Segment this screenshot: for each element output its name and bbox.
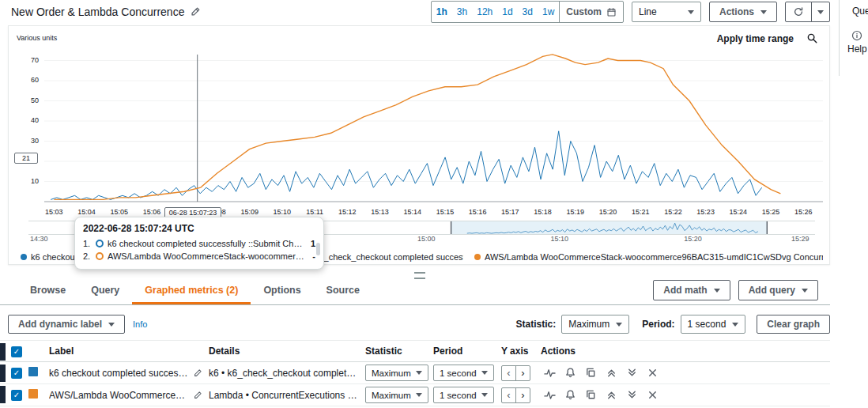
alarm-bell-icon[interactable] xyxy=(564,367,576,379)
chevron-down-icon xyxy=(802,289,808,293)
x-tick-label: 15:04 xyxy=(71,208,103,216)
left-edge-mark xyxy=(0,386,6,403)
series-dot-orange xyxy=(474,254,481,260)
row-statistic-select[interactable]: Maximum xyxy=(365,387,428,403)
y-axis-unit-label: Various units xyxy=(17,34,57,42)
clear-graph-button[interactable]: Clear graph xyxy=(757,315,830,334)
series-dot-blue xyxy=(21,254,27,260)
row-period-select[interactable]: 1 second xyxy=(433,387,494,403)
add-dynamic-label-button[interactable]: Add dynamic label xyxy=(8,315,125,334)
edit-label-icon[interactable] xyxy=(193,368,202,378)
pulse-icon[interactable] xyxy=(544,367,556,379)
time-range-control: 1h 3h 12h 1d 3d 1w Custom xyxy=(431,1,624,23)
tab-graphed-metrics[interactable]: Graphed metrics (2) xyxy=(132,279,251,304)
series-marker-blue xyxy=(96,240,104,247)
row-checkbox[interactable] xyxy=(11,368,22,379)
resize-handle[interactable] xyxy=(414,272,425,279)
graphed-metrics-toolbar: Add dynamic label Info Statistic: Maximu… xyxy=(8,313,830,335)
row-period-select[interactable]: 1 second xyxy=(433,365,494,381)
x-tick-label: 15:14 xyxy=(397,208,428,216)
row-statistic-value: Maximum xyxy=(372,368,411,378)
column-header-yaxis: Y axis xyxy=(501,346,541,357)
x-tick-label: 15:09 xyxy=(234,208,266,216)
tooltip-scrollbar[interactable] xyxy=(316,243,320,255)
tooltip-label: k6 checkout completed successfully ::Sub… xyxy=(108,239,304,248)
tooltip-label: AWS/Lambda WooCommerceStack-woocommerce9… xyxy=(108,251,305,261)
clear-graph-label: Clear graph xyxy=(767,319,820,330)
statistic-value: Maximum xyxy=(568,319,609,330)
move-down-icon[interactable] xyxy=(626,389,638,401)
period-select[interactable]: 1 second xyxy=(681,315,746,334)
row-checkbox[interactable] xyxy=(11,390,22,401)
y-axis-right-button[interactable]: › xyxy=(515,388,530,402)
time-range-1h[interactable]: 1h xyxy=(432,6,452,17)
chart-type-select[interactable]: Line xyxy=(632,2,701,22)
brush-tick-label: 15:10 xyxy=(551,235,569,243)
magnifier-icon[interactable] xyxy=(806,32,818,44)
time-range-12h[interactable]: 12h xyxy=(472,6,497,17)
tab-query[interactable]: Query xyxy=(78,279,132,304)
alarm-bell-icon[interactable] xyxy=(564,389,576,401)
series-color-swatch[interactable] xyxy=(28,367,38,376)
queries-panel-tab[interactable]: Queries xyxy=(852,6,868,17)
refresh-options-button[interactable] xyxy=(811,2,830,22)
legend-item[interactable]: AWS/Lambda WooCommerceStack-woocommerce9… xyxy=(474,252,823,262)
chevron-down-icon xyxy=(732,323,738,327)
tab-options[interactable]: Options xyxy=(251,279,313,304)
chevron-down-icon xyxy=(416,371,422,375)
y-axis-left-button[interactable]: ‹ xyxy=(502,388,515,402)
y-axis-right-button[interactable]: › xyxy=(515,366,530,380)
time-range-custom-button[interactable]: Custom xyxy=(559,2,623,22)
row-period-value: 1 second xyxy=(440,368,477,378)
move-up-icon[interactable] xyxy=(606,367,617,379)
tooltip-row: 2. AWS/Lambda WooCommerceStack-woocommer… xyxy=(83,250,315,263)
brush-tick-label: 15:29 xyxy=(791,235,810,243)
info-link[interactable]: Info xyxy=(133,319,147,329)
duplicate-icon[interactable] xyxy=(585,389,597,401)
x-tick-label: 15:25 xyxy=(755,208,787,216)
series-line-1 xyxy=(54,55,780,200)
chevron-down-icon xyxy=(688,10,694,14)
pulse-icon[interactable] xyxy=(544,389,556,401)
add-math-label: Add math xyxy=(663,285,707,296)
metric-row: k6 checkout completed successfully ::S..… xyxy=(0,362,830,384)
metrics-chart[interactable] xyxy=(44,48,823,206)
statistic-select[interactable]: Maximum xyxy=(561,315,629,334)
period-value: 1 second xyxy=(688,319,726,330)
apply-time-range-label[interactable]: Apply time range xyxy=(717,33,794,44)
time-range-3d[interactable]: 3d xyxy=(518,6,538,17)
actions-button[interactable]: Actions xyxy=(709,2,777,22)
move-down-icon[interactable] xyxy=(626,367,638,379)
tab-source[interactable]: Source xyxy=(314,279,372,304)
refresh-control xyxy=(785,2,830,22)
edit-title-icon[interactable] xyxy=(190,6,201,17)
y-tick-label: 40 xyxy=(9,116,39,124)
time-range-1d[interactable]: 1d xyxy=(497,6,517,17)
edit-label-icon[interactable] xyxy=(193,391,202,400)
info-icon[interactable] xyxy=(851,30,862,41)
table-header-row: Label Details Statistic Period Y axis Ac… xyxy=(0,341,830,362)
row-statistic-select[interactable]: Maximum xyxy=(365,365,428,381)
refresh-button[interactable] xyxy=(785,2,812,22)
move-up-icon[interactable] xyxy=(606,389,617,401)
series-color-swatch[interactable] xyxy=(28,389,38,399)
column-header-statistic: Statistic xyxy=(365,346,433,357)
period-label: Period: xyxy=(642,319,674,330)
remove-icon[interactable] xyxy=(647,367,659,379)
metrics-tabs: Browse Query Graphed metrics (2) Options… xyxy=(0,281,830,305)
select-all-checkbox[interactable] xyxy=(11,346,22,357)
actions-label: Actions xyxy=(719,6,754,17)
time-range-1w[interactable]: 1w xyxy=(538,6,559,17)
tooltip-index: 2. xyxy=(83,251,92,261)
add-query-button[interactable]: Add query xyxy=(738,280,818,300)
tab-browse[interactable]: Browse xyxy=(17,279,78,304)
help-link[interactable]: Help xyxy=(847,43,867,55)
remove-icon[interactable] xyxy=(647,389,659,401)
y-axis-left-button[interactable]: ‹ xyxy=(502,366,515,380)
chevron-down-icon xyxy=(760,10,767,14)
brush-selection[interactable] xyxy=(451,221,768,234)
time-range-3h[interactable]: 3h xyxy=(452,6,472,17)
add-math-button[interactable]: Add math xyxy=(653,280,730,300)
duplicate-icon[interactable] xyxy=(585,367,597,379)
x-tick-label: 15:17 xyxy=(494,208,526,216)
